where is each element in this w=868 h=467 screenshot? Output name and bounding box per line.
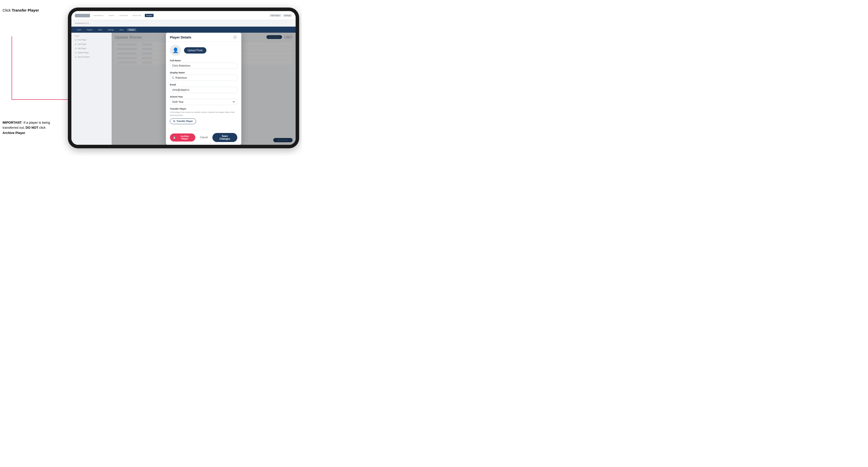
nav-item-schedule[interactable]: Schedule bbox=[118, 14, 129, 17]
transfer-description: If this player has moved to another scho… bbox=[170, 111, 237, 116]
instruction-bottom: IMPORTANT: If a player is being transfer… bbox=[2, 120, 53, 136]
app-header: Dashboard Teams Schedule More Info Roste… bbox=[71, 11, 296, 20]
full-name-label: Full Name bbox=[170, 59, 237, 62]
display-name-input[interactable] bbox=[170, 75, 237, 81]
transfer-btn-label: Transfer Player bbox=[177, 120, 193, 122]
instruction-top: Click Transfer Player bbox=[2, 7, 39, 13]
full-name-input[interactable] bbox=[170, 63, 237, 69]
nav-item-dashboard[interactable]: Dashboard bbox=[92, 14, 105, 17]
sidebar-item-label: Last Player bbox=[78, 43, 87, 45]
tab-more[interactable]: More bbox=[118, 28, 126, 31]
display-name-label: Display Name bbox=[170, 71, 237, 74]
content-tabs: Team Players Stats Settings More Roster bbox=[71, 27, 296, 33]
sidebar-section-title: Team bbox=[73, 35, 110, 37]
modal-overlay: Player Details × 👤 Upload Photo bbox=[112, 33, 296, 145]
sidebar-item-label: Recent Players bbox=[78, 56, 90, 58]
sidebar-item-recent[interactable]: Recent Players bbox=[73, 55, 110, 59]
email-input[interactable] bbox=[170, 87, 237, 93]
tab-team[interactable]: Team bbox=[75, 28, 83, 31]
email-label: Email bbox=[170, 84, 237, 86]
settings-header-btn[interactable]: Settings bbox=[283, 14, 292, 17]
archive-player-button[interactable]: 💾 Archive Player bbox=[170, 133, 195, 142]
tab-stats[interactable]: Stats bbox=[96, 28, 104, 31]
sidebar-dot bbox=[75, 56, 76, 58]
sidebar-item-label: First Player bbox=[78, 39, 87, 41]
upload-photo-button[interactable]: Upload Photo bbox=[184, 47, 206, 54]
photo-section: 👤 Upload Photo bbox=[170, 45, 237, 56]
instruction-important: IMPORTANT bbox=[2, 121, 22, 124]
nav-item-roster[interactable]: Roster bbox=[145, 14, 154, 17]
modal-body: 👤 Upload Photo Full Name bbox=[166, 42, 241, 130]
nav-item-teams[interactable]: Teams bbox=[107, 14, 116, 17]
school-year-label: School Year bbox=[170, 95, 237, 98]
sidebar-dot bbox=[75, 43, 76, 45]
instruction-text2: click bbox=[38, 126, 45, 129]
add-player-header-btn[interactable]: Add Player bbox=[270, 14, 281, 17]
modal-close-button[interactable]: × bbox=[233, 35, 237, 39]
instruction-archive: Archive Player bbox=[2, 131, 25, 135]
instruction-do-not: DO NOT bbox=[26, 126, 38, 129]
sidebar-item-label: Update Player bbox=[78, 52, 89, 54]
app-body: Team First Player Last Player Add Player… bbox=[71, 33, 296, 145]
annotation-vertical-line bbox=[11, 36, 12, 99]
nav-item-more[interactable]: More Info bbox=[131, 14, 143, 17]
sub-header: Dashboard (17) bbox=[71, 20, 296, 27]
ipad-screen: Dashboard Teams Schedule More Info Roste… bbox=[71, 11, 296, 145]
sidebar-item-last[interactable]: Last Player bbox=[73, 42, 110, 46]
archive-btn-label: Archive Player bbox=[177, 135, 192, 140]
transfer-label: Transfer Player bbox=[170, 107, 237, 110]
cancel-button[interactable]: Cancel bbox=[197, 134, 210, 140]
refresh-icon: ↻ bbox=[173, 120, 175, 123]
player-details-modal: Player Details × 👤 Upload Photo bbox=[166, 33, 241, 145]
sidebar-item-label: Add Player bbox=[78, 48, 86, 49]
header-right: Add Player Settings bbox=[270, 14, 292, 17]
sidebar-item-update[interactable]: Update Player bbox=[73, 51, 110, 55]
avatar: 👤 bbox=[170, 45, 181, 56]
sidebar-dot bbox=[75, 52, 76, 54]
transfer-player-button[interactable]: ↻ Transfer Player bbox=[170, 118, 196, 124]
sidebar-dot bbox=[75, 48, 76, 49]
instruction-prefix: Click bbox=[2, 8, 12, 12]
modal-footer: 💾 Archive Player Cancel Save Changes bbox=[166, 130, 241, 145]
sidebar-dot bbox=[75, 39, 76, 41]
app-main: Update Roster bbox=[112, 33, 296, 145]
ipad-device: Dashboard Teams Schedule More Info Roste… bbox=[68, 7, 299, 148]
display-name-field: Display Name bbox=[170, 71, 237, 81]
full-name-field: Full Name bbox=[170, 59, 237, 69]
archive-icon: 💾 bbox=[173, 136, 176, 139]
save-changes-button[interactable]: Save Changes bbox=[212, 133, 237, 142]
school-year-field: School Year First Year Second Year Third… bbox=[170, 95, 237, 105]
school-year-select[interactable]: First Year Second Year Third Year Fourth… bbox=[170, 99, 237, 105]
app-logo bbox=[75, 14, 90, 17]
tab-players[interactable]: Players bbox=[85, 28, 95, 31]
transfer-section: Transfer Player If this player has moved… bbox=[170, 107, 237, 124]
instruction-bold: Transfer Player bbox=[12, 8, 39, 12]
modal-header: Player Details × bbox=[166, 33, 241, 42]
modal-title: Player Details bbox=[170, 35, 191, 39]
app-sidebar: Team First Player Last Player Add Player… bbox=[71, 33, 112, 145]
sidebar-item-first[interactable]: First Player bbox=[73, 38, 110, 42]
breadcrumb: Dashboard (17) bbox=[75, 22, 89, 24]
tab-roster[interactable]: Roster bbox=[127, 28, 136, 31]
sidebar-item-add[interactable]: Add Player bbox=[73, 46, 110, 50]
tab-settings[interactable]: Settings bbox=[105, 28, 116, 31]
person-icon: 👤 bbox=[173, 47, 179, 53]
email-field: Email bbox=[170, 84, 237, 93]
